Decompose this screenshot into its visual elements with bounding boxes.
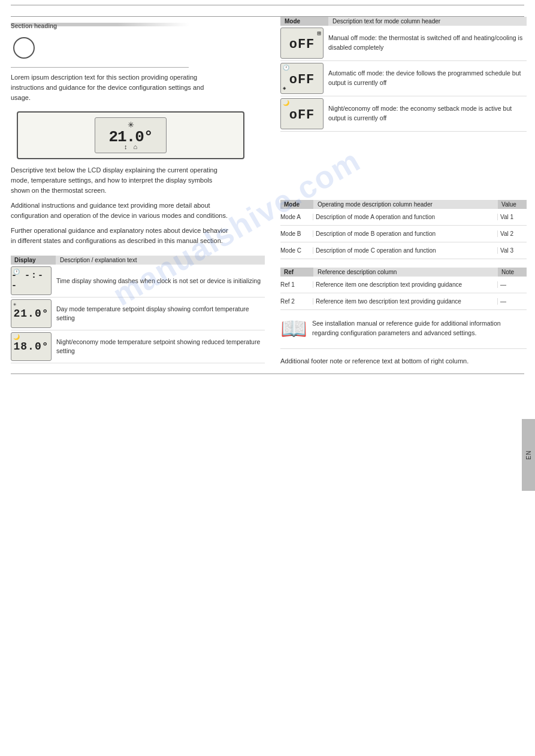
rc-lower-header2: Ref Reference description column Note [280,268,527,277]
lower-disp-box-3: 🌙 18.0° [11,332,52,361]
lower-disp-row-2: ✳ 21.0° Day mode temperature setpoint di… [11,297,265,330]
rc-disp-box-1: ⊞ oFF [280,28,324,59]
lower-disp-desc-3: Night/economy mode temperature setpoint … [55,335,265,359]
rc-lower-ref2: Ref 2 [280,298,313,305]
lower-left-section: Display Description / explanation text 🕐… [11,256,265,363]
lower-disp-row-1: 🕐 - -:- - Time display showing dashes wh… [11,265,265,297]
body-text4: Further operational guidance and explana… [11,226,265,246]
rc-disp-text-1: oFF [289,37,315,52]
lower-disp-desc-2: Day mode temperature setpoint display sh… [55,302,265,326]
body-text3: Additional instructions and guidance tex… [11,201,265,221]
body-text2: Descriptive text below the LCD display e… [11,165,265,196]
rc-lower-extra1: Value [498,200,527,209]
right-column: Mode Description text for mode column he… [276,17,535,366]
rc-lower-label2: Ref [280,268,313,277]
rc-lower-extra2: Note [498,268,527,277]
rc-lower-col2-3: Description of mode C operation and func… [313,247,498,254]
book-section: 📖 See installation manual or reference g… [280,316,527,341]
lcd-arrow-icon: ↕ [124,143,128,150]
lower-disp-box-1: 🕐 - -:- - [11,266,52,295]
circle-indicator [13,37,35,59]
lower-left-header-desc: Description / explanation text [56,256,265,265]
lcd-home-icon: ⌂ [133,143,137,150]
rc-lower-col1-2: Mode B [280,230,313,237]
rc-lower-desc2: Reference description column [313,268,498,277]
book-text: See installation manual or reference gui… [312,319,527,338]
lcd-bottom-icons: ↕ ⌂ [124,143,137,150]
rc-disp-text-2: oFF [289,72,315,87]
rc-lower-refdesc1: Reference item one description text prov… [313,281,498,288]
rc-lower-col3-3: Val 3 [498,247,527,254]
right-header-label: Mode [280,17,328,26]
moon-icon-3: 🌙 [13,334,20,341]
section1-body: Lorem ipsum description text for this se… [11,72,265,103]
bottom-rule [11,374,524,374]
section1-title: Section heading [11,23,189,26]
lower-disp-desc-1: Time display showing dashes when clock i… [55,274,265,289]
rc-lower-label1: Mode [280,200,313,209]
book-icon: 📖 [280,316,307,341]
lower-disp-text-3: 18.0° [13,341,49,353]
lcd-sun-icon: ✳ [128,120,134,129]
lower-disp-row-3: 🌙 18.0° Night/economy mode temperature s… [11,330,265,363]
right-sidebar: EN [522,419,535,491]
lower-disp-text-2: 21.0° [13,308,49,320]
lcd-inner: ✳ 21.0° ↕ ⌂ [95,117,167,153]
spacer [280,132,527,192]
bottom-note-text: Additional footer note or reference text… [280,356,527,366]
rc-disp-desc-2: Automatic off mode: the device follows t… [327,66,527,90]
diamond-icon-2: ◈ [283,85,286,92]
rc-lower-col2-2: Description of mode B operation and func… [313,230,498,237]
rc-disp-desc-1: Manual off mode: the thermostat is switc… [327,31,527,55]
sidebar-text: EN [525,450,532,460]
rc-lower-refnote1: — [498,281,527,288]
left-column: Section heading Lorem ipsum description … [0,17,276,366]
right-header-desc: Description text for mode column header [328,17,527,26]
rc-disp-row-1: ⊞ oFF Manual off mode: the thermostat is… [280,26,527,61]
sub-rule [11,67,189,68]
rc-lower-col3-1: Val 1 [498,214,527,220]
rc-disp-desc-3: Night/economy off mode: the economy setb… [327,102,527,126]
lower-left-header-label: Display [11,256,56,265]
bottom-note: Additional footer note or reference text… [280,348,527,366]
rc-lower-row1-1: Mode A Description of mode A operation a… [280,209,527,226]
rc-lower-col3-2: Val 2 [498,230,527,237]
rc-lower-col1-1: Mode A [280,214,313,220]
rc-lower-ref1: Ref 1 [280,281,313,288]
clock-icon-1: 🕐 [13,269,20,275]
rc-lower-refnote2: — [498,298,527,305]
rc-disp-row-3: 🌙 oFF Night/economy off mode: the econom… [280,96,527,132]
clock-icon-2: 🕐 [283,65,289,71]
rc-lower-row1-3: Mode C Description of mode C operation a… [280,242,527,259]
lcd-display-box: ✳ 21.0° ↕ ⌂ [17,111,244,159]
rc-lower-col2-1: Description of mode A operation and func… [313,214,498,220]
grid-icon-1: ⊞ [317,29,321,37]
rc-lower-refdesc2: Reference item two description text prov… [313,298,498,305]
lower-disp-box-2: ✳ 21.0° [11,299,52,328]
rc-lower-col1-3: Mode C [280,247,313,254]
right-section-header: Mode Description text for mode column he… [280,17,527,26]
rc-lower-section2: Ref Reference description column Note Re… [280,268,527,310]
rc-lower-row1-2: Mode B Description of mode B operation a… [280,226,527,242]
rc-lower-row2-2: Ref 2 Reference item two description tex… [280,293,527,310]
rc-lower-header1: Mode Operating mode description column h… [280,200,527,209]
section1: Section heading Lorem ipsum description … [11,23,265,103]
moon-icon-rc3: 🌙 [283,100,289,107]
rc-lower-desc1: Operating mode description column header [313,200,498,209]
rc-lower-row2-1: Ref 1 Reference item one description tex… [280,277,527,293]
sun-icon-2: ✳ [13,301,16,308]
rc-disp-row-2: 🕐 oFF ◈ Automatic off mode: the device f… [280,61,527,96]
rc-disp-text-3: oFF [289,108,315,123]
rc-lower-section1: Mode Operating mode description column h… [280,200,527,259]
rc-disp-box-3: 🌙 oFF [280,98,324,129]
rc-disp-box-2: 🕐 oFF ◈ [280,63,324,94]
lower-left-header: Display Description / explanation text [11,256,265,265]
